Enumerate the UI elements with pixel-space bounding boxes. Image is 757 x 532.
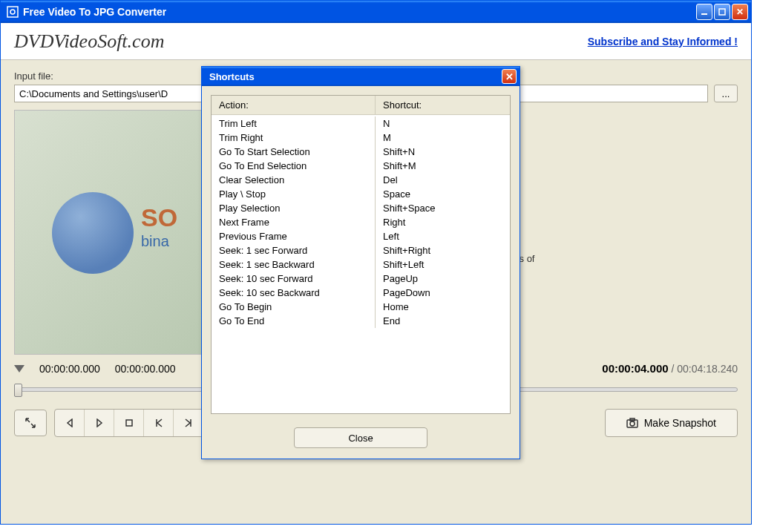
dialog-title: Shortcuts [209,71,255,82]
shortcut-row[interactable]: Go To BeginHome [212,300,510,314]
shortcut-key: N [376,116,510,131]
svg-point-1 [10,10,15,14]
camera-icon [626,418,638,428]
make-snapshot-button[interactable]: Make Snapshot [605,409,738,437]
shortcut-key: Home [376,300,510,314]
shortcut-key: Shift+N [376,145,510,159]
go-end-button[interactable] [174,410,203,436]
brand-logo: DVDVideoSoft.com [14,30,164,53]
shortcut-action: Go To End Selection [212,159,376,173]
shortcut-action: Go To Begin [212,300,376,314]
shortcut-row[interactable]: Seek: 1 sec ForwardShift+Right [212,243,510,257]
shortcut-key: M [376,131,510,145]
marker-icon [14,365,24,372]
shortcut-action: Seek: 10 sec Forward [212,272,376,286]
preview-graphic-icon [52,192,134,274]
shortcut-key: PageDown [376,286,510,300]
shortcut-row[interactable]: Trim LeftN [212,116,510,131]
minimize-button[interactable] [696,4,712,20]
playback-controls [54,409,204,437]
subscribe-link[interactable]: Subscribe and Stay Informed ! [588,36,738,47]
shortcut-row[interactable]: Trim RightM [212,131,510,145]
go-start-button[interactable] [144,410,174,436]
slider-thumb[interactable] [14,384,22,397]
shortcut-row[interactable]: Next FrameRight [212,215,510,229]
shortcut-action: Clear Selection [212,173,376,187]
shortcut-action: Previous Frame [212,229,376,243]
maximize-button[interactable] [714,4,730,20]
dialog-titlebar[interactable]: Shortcuts ✕ [202,67,520,86]
shortcut-action: Seek: 1 sec Forward [212,243,376,257]
shortcuts-dialog: Shortcuts ✕ Action: Shortcut: Trim LeftN… [201,66,520,459]
shortcut-action: Seek: 10 sec Backward [212,286,376,300]
column-header-shortcut[interactable]: Shortcut: [376,96,510,114]
app-icon [7,6,19,18]
close-button[interactable]: Close [294,427,427,448]
shortcut-key: Shift+Right [376,243,510,257]
video-preview: SO bina [14,110,214,355]
shortcut-action: Seek: 1 sec Backward [212,257,376,272]
shortcut-key: Right [376,215,510,229]
svg-rect-0 [7,7,18,17]
time-start: 00:00:00.000 [39,363,100,375]
shortcut-key: Space [376,187,510,201]
svg-rect-3 [719,9,725,15]
shortcut-row[interactable]: Previous FrameLeft [212,229,510,243]
shortcut-row[interactable]: Go To End SelectionShift+M [212,159,510,173]
play-button[interactable] [85,410,114,436]
shortcut-key: Del [376,173,510,187]
shortcut-action: Go To End [212,314,376,328]
shortcut-row[interactable]: Go To Start SelectionShift+N [212,145,510,159]
prev-button[interactable] [55,410,85,436]
time-mid: 00:00:00.000 [115,363,176,375]
header: DVDVideoSoft.com Subscribe and Stay Info… [1,23,751,60]
preview-text-1: SO [141,203,177,232]
shortcut-action: Go To Start Selection [212,145,376,159]
close-button[interactable]: ✕ [732,4,748,20]
svg-rect-2 [701,13,707,15]
shortcut-action: Next Frame [212,215,376,229]
shortcut-action: Trim Left [212,116,376,131]
shortcut-key: Shift+Space [376,201,510,215]
column-header-action[interactable]: Action: [212,96,376,114]
shortcut-action: Play \ Stop [212,187,376,201]
shortcut-key: PageUp [376,272,510,286]
browse-button[interactable]: ... [714,85,738,102]
time-total: 00:04:18.240 [677,363,738,375]
shortcut-key: Shift+M [376,159,510,173]
expand-button[interactable] [14,410,47,436]
shortcut-action: Play Selection [212,201,376,215]
shortcut-row[interactable]: Play \ StopSpace [212,187,510,201]
svg-rect-4 [126,420,132,426]
snapshot-label: Make Snapshot [644,417,716,429]
main-window: Free Video To JPG Converter ✕ DVDVideoSo… [0,0,752,525]
time-current: 00:00:04.000 [602,362,668,375]
titlebar[interactable]: Free Video To JPG Converter ✕ [1,1,751,23]
shortcut-row[interactable]: Seek: 10 sec ForwardPageUp [212,272,510,286]
shortcut-key: End [376,314,510,328]
dialog-close-button[interactable]: ✕ [502,69,517,84]
shortcut-row[interactable]: Play SelectionShift+Space [212,201,510,215]
shortcut-key: Left [376,229,510,243]
shortcut-action: Trim Right [212,131,376,145]
shortcuts-table: Action: Shortcut: Trim LeftNTrim RightMG… [211,95,511,414]
shortcut-row[interactable]: Clear SelectionDel [212,173,510,187]
time-sep: / [671,363,674,375]
shortcut-row[interactable]: Seek: 10 sec BackwardPageDown [212,286,510,300]
shortcut-key: Shift+Left [376,257,510,272]
shortcut-row[interactable]: Seek: 1 sec BackwardShift+Left [212,257,510,272]
shortcut-row[interactable]: Go To EndEnd [212,314,510,328]
window-title: Free Video To JPG Converter [23,6,166,18]
svg-point-6 [630,421,635,426]
stop-button[interactable] [114,410,144,436]
preview-text-2: bina [141,233,169,250]
